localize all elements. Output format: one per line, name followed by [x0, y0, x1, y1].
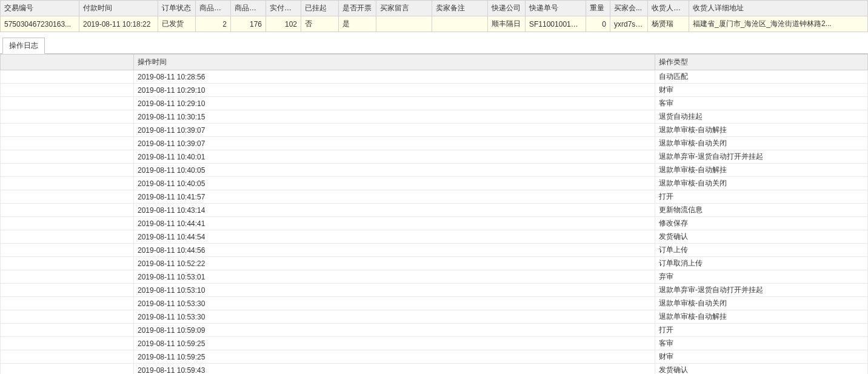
col-pay-time[interactable]: 付款时间	[79, 1, 158, 16]
log-cell-type: 发货确认	[655, 230, 868, 244]
log-cell-time: 2019-08-11 10:39:07	[134, 137, 655, 150]
log-cell-time: 2019-08-11 10:30:15	[134, 110, 655, 124]
log-cell-type: 订单取消上传	[655, 257, 868, 270]
log-row[interactable]: 2019-08-11 10:53:30退款单审核-自动关闭	[1, 297, 868, 310]
log-cell-blank	[1, 124, 134, 137]
col-suspended[interactable]: 已挂起	[301, 1, 339, 16]
log-cell-type: 退款单审核-自动解挂	[655, 164, 868, 177]
log-row[interactable]: 2019-08-11 10:44:41修改保存	[1, 217, 868, 230]
log-cell-blank	[1, 204, 134, 217]
log-cell-blank	[1, 350, 134, 364]
col-trade-no[interactable]: 交易编号	[1, 1, 79, 16]
log-row[interactable]: 2019-08-11 10:30:15退货自动挂起	[1, 110, 868, 124]
log-cell-blank	[1, 230, 134, 244]
log-cell-time: 2019-08-11 10:29:10	[134, 84, 655, 97]
col-amount[interactable]: 商品金额	[231, 1, 266, 16]
col-invoice[interactable]: 是否开票	[339, 1, 376, 16]
log-cell-type: 退货自动挂起	[655, 110, 868, 124]
log-cell-type: 退款单审核-自动关闭	[655, 137, 868, 150]
log-cell-time: 2019-08-11 10:43:14	[134, 204, 655, 217]
log-row[interactable]: 2019-08-11 10:52:22订单取消上传	[1, 257, 868, 270]
log-row[interactable]: 2019-08-11 10:59:25财审	[1, 350, 868, 364]
log-col-blank[interactable]	[1, 55, 134, 70]
log-row[interactable]: 2019-08-11 10:41:57打开	[1, 190, 868, 204]
col-address[interactable]: 收货人详细地址	[689, 1, 868, 16]
cell-tracking: SF1100100100...	[526, 16, 586, 32]
col-receiver[interactable]: 收货人姓名	[648, 1, 689, 16]
log-table: 操作时间 操作类型 2019-08-11 10:28:56自动匹配2019-08…	[0, 54, 868, 374]
log-cell-type: 财审	[655, 84, 868, 97]
log-row[interactable]: 2019-08-11 10:39:07退款单审核-自动解挂	[1, 124, 868, 137]
log-row[interactable]: 2019-08-11 10:29:10财审	[1, 84, 868, 97]
cell-trade-no: 575030467230163...	[1, 16, 79, 32]
log-col-time[interactable]: 操作时间	[134, 55, 655, 70]
log-cell-time: 2019-08-11 10:59:43	[134, 364, 655, 375]
log-row[interactable]: 2019-08-11 10:59:43发货确认	[1, 364, 868, 375]
log-cell-blank	[1, 190, 134, 204]
log-row[interactable]: 2019-08-11 10:53:10退款单弃审-退货自动打开并挂起	[1, 284, 868, 297]
log-row[interactable]: 2019-08-11 10:44:56订单上传	[1, 244, 868, 257]
cell-invoice: 是	[339, 16, 376, 32]
cell-amount: 176	[231, 16, 266, 32]
cell-order-status: 已发货	[158, 16, 196, 32]
log-row[interactable]: 2019-08-11 10:53:30退款单审核-自动解挂	[1, 310, 868, 324]
log-row[interactable]: 2019-08-11 10:28:56自动匹配	[1, 70, 868, 84]
log-cell-blank	[1, 284, 134, 297]
cell-pay-time: 2019-08-11 10:18:22	[79, 16, 158, 32]
log-row[interactable]: 2019-08-11 10:53:01弃审	[1, 270, 868, 284]
cell-receiver: 杨贤瑞	[648, 16, 689, 32]
log-cell-type: 更新物流信息	[655, 204, 868, 217]
log-cell-blank	[1, 217, 134, 230]
col-qty[interactable]: 商品数量	[196, 1, 231, 16]
col-courier[interactable]: 快递公司	[488, 1, 526, 16]
log-cell-type: 退款单审核-自动关闭	[655, 177, 868, 190]
log-cell-blank	[1, 270, 134, 284]
log-cell-blank	[1, 244, 134, 257]
log-cell-blank	[1, 177, 134, 190]
log-cell-type: 弃审	[655, 270, 868, 284]
col-paid[interactable]: 实付金额	[266, 1, 301, 16]
col-tracking[interactable]: 快递单号	[526, 1, 586, 16]
log-cell-type: 订单上传	[655, 244, 868, 257]
log-row[interactable]: 2019-08-11 10:40:01退款单弃审-退货自动打开并挂起	[1, 150, 868, 164]
tab-bar: 操作日志	[0, 37, 868, 54]
log-cell-blank	[1, 137, 134, 150]
log-row[interactable]: 2019-08-11 10:43:14更新物流信息	[1, 204, 868, 217]
log-cell-type: 退款单审核-自动解挂	[655, 310, 868, 324]
log-cell-type: 打开	[655, 324, 868, 337]
log-row[interactable]: 2019-08-11 10:29:10客审	[1, 97, 868, 110]
col-buyer-id[interactable]: 买家会...	[610, 1, 648, 16]
log-header-row: 操作时间 操作类型	[1, 55, 868, 70]
col-order-status[interactable]: 订单状态	[158, 1, 196, 16]
log-cell-type: 客审	[655, 337, 868, 350]
tab-operation-log[interactable]: 操作日志	[2, 38, 45, 54]
col-buyer-msg[interactable]: 买家留言	[376, 1, 432, 16]
log-cell-blank	[1, 310, 134, 324]
log-cell-time: 2019-08-11 10:28:56	[134, 70, 655, 84]
log-cell-time: 2019-08-11 10:40:05	[134, 177, 655, 190]
cell-paid: 102	[266, 16, 301, 32]
order-row[interactable]: 575030467230163... 2019-08-11 10:18:22 已…	[1, 16, 868, 32]
log-cell-blank	[1, 84, 134, 97]
log-row[interactable]: 2019-08-11 10:59:09打开	[1, 324, 868, 337]
log-cell-time: 2019-08-11 10:44:56	[134, 244, 655, 257]
log-cell-time: 2019-08-11 10:44:54	[134, 230, 655, 244]
cell-address: 福建省_厦门市_海沧区_海沧街道钟林路2...	[689, 16, 868, 32]
log-row[interactable]: 2019-08-11 10:40:05退款单审核-自动解挂	[1, 164, 868, 177]
log-cell-blank	[1, 324, 134, 337]
log-row[interactable]: 2019-08-11 10:44:54发货确认	[1, 230, 868, 244]
log-row[interactable]: 2019-08-11 10:40:05退款单审核-自动关闭	[1, 177, 868, 190]
log-cell-time: 2019-08-11 10:41:57	[134, 190, 655, 204]
cell-qty: 2	[196, 16, 231, 32]
log-cell-type: 退款单弃审-退货自动打开并挂起	[655, 150, 868, 164]
log-cell-type: 自动匹配	[655, 70, 868, 84]
cell-buyer-id: yxrd7s198	[610, 16, 648, 32]
log-row[interactable]: 2019-08-11 10:59:25客审	[1, 337, 868, 350]
log-col-type[interactable]: 操作类型	[655, 55, 868, 70]
order-table: 交易编号 付款时间 订单状态 商品数量 商品金额 实付金额 已挂起 是否开票 买…	[0, 0, 868, 32]
log-cell-type: 退款单审核-自动关闭	[655, 297, 868, 310]
col-weight[interactable]: 重量	[586, 1, 610, 16]
cell-suspended: 否	[301, 16, 339, 32]
log-row[interactable]: 2019-08-11 10:39:07退款单审核-自动关闭	[1, 137, 868, 150]
col-seller-note[interactable]: 卖家备注	[432, 1, 488, 16]
